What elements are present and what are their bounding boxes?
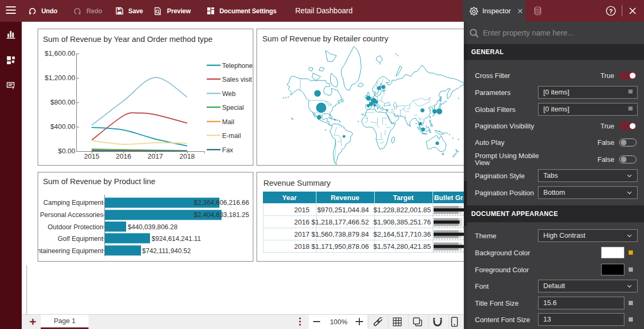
svg-text:Personal Accessories: Personal Accessories	[40, 211, 103, 219]
svg-text:Outdoor Protection: Outdoor Protection	[48, 223, 103, 231]
svg-text:2018: 2018	[180, 152, 195, 160]
svg-text:$1,218,177,466.52: $1,218,177,466.52	[312, 218, 369, 226]
svg-text:2017: 2017	[148, 152, 163, 160]
svg-text:$1,200.00: $1,200.00	[45, 74, 75, 82]
svg-text:$2,364,606,216.66: $2,364,606,216.66	[194, 199, 249, 206]
svg-text:?: ?	[609, 8, 613, 14]
svg-text:$742,111,940.52: $742,111,940.52	[142, 247, 191, 255]
svg-text:Mail: Mail	[222, 118, 234, 126]
svg-text:2018: 2018	[294, 243, 310, 250]
svg-text:$924,614,241.11: $924,614,241.11	[152, 235, 201, 243]
svg-text:$970,251,044.84: $970,251,044.84	[317, 206, 369, 214]
svg-text:Sales visit: Sales visit	[222, 76, 252, 83]
svg-text:$1,228,822,001.85: $1,228,822,001.85	[374, 206, 431, 214]
svg-text:2015: 2015	[294, 206, 310, 214]
svg-text:$0.00: $0.00	[58, 147, 75, 155]
svg-text:$800.00: $800.00	[50, 98, 75, 106]
svg-text:$2,404,633,181.25: $2,404,633,181.25	[194, 211, 249, 219]
svg-text:Mountaineering Equipment: Mountaineering Equipment	[38, 247, 104, 255]
svg-text:$1,600.00: $1,600.00	[45, 49, 75, 57]
svg-text:$1,908,385,251.76: $1,908,385,251.76	[374, 218, 431, 226]
svg-text:$1,171,950,878.06: $1,171,950,878.06	[312, 243, 369, 250]
svg-text:Revenue: Revenue	[331, 194, 359, 202]
svg-text:Camping Equipment: Camping Equipment	[43, 199, 104, 206]
svg-text:2015: 2015	[84, 152, 100, 160]
svg-text:$1,574,280,421.85: $1,574,280,421.85	[374, 243, 431, 250]
svg-text:2016: 2016	[294, 218, 310, 226]
svg-text:Web: Web	[222, 90, 236, 98]
svg-text:Year: Year	[282, 194, 296, 202]
svg-text:$1,560,738,879.84: $1,560,738,879.84	[312, 230, 369, 238]
svg-text:Telephone: Telephone	[222, 62, 253, 70]
svg-text:Sum of Revenue by Product line: Sum of Revenue by Product line	[43, 177, 155, 186]
svg-text:2016: 2016	[116, 152, 131, 160]
svg-text:Bullet Graph: Bullet Graph	[434, 194, 464, 202]
svg-text:E-mail: E-mail	[222, 132, 241, 140]
svg-text:Fax: Fax	[222, 146, 234, 154]
svg-text:Revenue Summary: Revenue Summary	[263, 179, 331, 187]
svg-text:$400.00: $400.00	[50, 123, 75, 131]
svg-text:Sum of Revenue by Retailer cou: Sum of Revenue by Retailer country	[262, 34, 389, 43]
svg-text:$2,164,517,710.36: $2,164,517,710.36	[374, 230, 431, 238]
svg-text:2017: 2017	[294, 230, 310, 238]
svg-text:$440,039,806.28: $440,039,806.28	[128, 223, 178, 231]
svg-text:Special: Special	[222, 104, 244, 111]
svg-text:Golf Equipment: Golf Equipment	[58, 235, 104, 243]
svg-text:Target: Target	[393, 194, 414, 202]
svg-text:Sum of Revenue by Year and Ord: Sum of Revenue by Year and Order method …	[43, 35, 213, 44]
